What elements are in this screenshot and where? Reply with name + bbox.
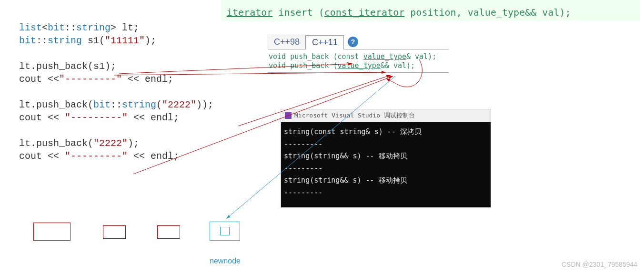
newnode-label: newnode [210,257,241,265]
cpp-reference-tabs: C++98 C++11 ? void push_back (const valu… [268,35,449,73]
vs-icon [285,112,292,119]
tab-cpp11[interactable]: C++11 [306,35,344,49]
list-node-box [157,225,180,239]
iterator-link: iterator [227,7,272,18]
console-output: string(const string& s) -- 深拷贝 ---------… [281,122,491,207]
vs-debug-console: Microsoft Visual Studio 调试控制台 string(con… [281,109,491,207]
newnode-inner-box [220,227,230,235]
console-titlebar: Microsoft Visual Studio 调试控制台 [281,109,491,122]
insert-signature-banner: iterator insert (const_iterator position… [221,0,640,21]
list-node-box [33,223,70,241]
push-back-signatures: void push_back (const value_type& val); … [268,49,449,73]
tab-cpp98[interactable]: C++98 [268,35,306,49]
help-icon[interactable]: ? [348,37,358,47]
watermark: CSDN @2301_79585944 [562,261,637,268]
code-listing: list<bit::string> lt; bit::string s1("11… [19,21,213,163]
console-title-text: Microsoft Visual Studio 调试控制台 [294,111,415,120]
list-node-box [103,225,126,239]
const-iterator-link: const_iterator [324,7,405,18]
newnode-box [210,222,240,241]
svg-line-4 [386,78,395,83]
